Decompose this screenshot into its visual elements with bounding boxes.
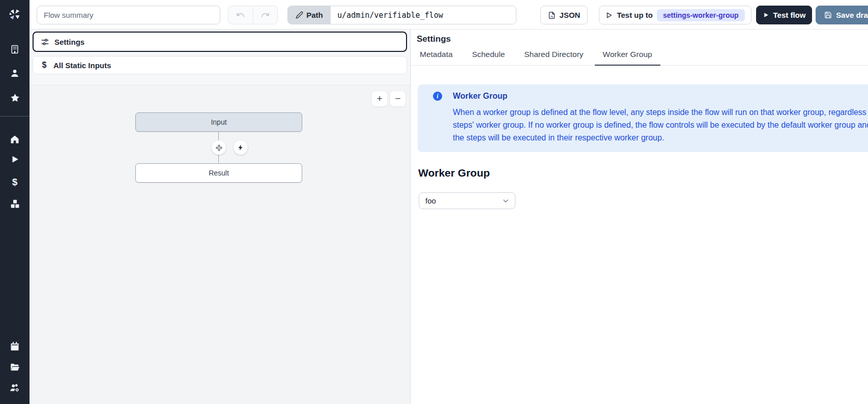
flow-summary-input[interactable]: Flow summary [37, 6, 220, 24]
top-toolbar: Flow summary Path u/admin/ [0, 0, 868, 30]
json-button-label: JSON [560, 11, 581, 19]
info-line: When a worker group is defined at the fl… [453, 106, 868, 119]
sidebar-item-runs[interactable] [0, 153, 30, 165]
flow-summary-value: Flow summary [44, 11, 94, 19]
star-icon [10, 93, 20, 103]
info-line: the steps will be executed in their resp… [453, 131, 868, 144]
pencil-icon [296, 11, 303, 19]
windmill-logo-icon [8, 8, 22, 22]
path-label: Path [306, 11, 323, 19]
calendar-icon [10, 341, 20, 351]
path-group: Path u/admin/verifiable_flow [287, 6, 516, 24]
sidebar-item-resources[interactable] [0, 197, 30, 210]
info-title-row: i Worker Group [433, 92, 868, 101]
windmill-logo[interactable] [0, 0, 30, 30]
dollar-icon: $ [40, 61, 48, 70]
flow-editor-panel: Settings $ All Static Inputs + − Input [30, 30, 410, 404]
undo-icon [236, 11, 245, 19]
flow-graph-canvas[interactable]: + − Input Result [30, 85, 410, 404]
zoom-out-button[interactable]: − [390, 91, 406, 107]
tab-metadata[interactable]: Metadata [412, 48, 461, 65]
undo-button[interactable] [228, 6, 253, 24]
input-node-label: Input [211, 118, 226, 126]
sidebar-item-user[interactable] [0, 67, 30, 79]
info-icon: i [433, 92, 442, 101]
input-node[interactable]: Input [135, 112, 302, 132]
sidebar-item-variables[interactable]: $ [0, 176, 30, 188]
zoom-in-label: + [377, 93, 382, 104]
tab-shared-directory[interactable]: Shared Directory [516, 48, 591, 65]
users-settings-icon [9, 382, 20, 393]
flow-settings-label: Settings [54, 38, 84, 46]
add-step-button[interactable] [212, 140, 226, 155]
plus-icon [215, 144, 223, 152]
test-up-to-label: Test up to [617, 11, 653, 19]
test-up-to-button[interactable]: Test up to settings-worker-group [599, 6, 751, 24]
save-icon [824, 11, 832, 19]
worker-group-select-value: foo [425, 196, 436, 205]
worker-group-info-box: i Worker Group When a worker group is de… [418, 84, 868, 152]
test-flow-label: Test flow [773, 11, 806, 19]
bolt-icon [237, 144, 244, 151]
zoom-in-button[interactable]: + [371, 91, 388, 107]
settings-tabs: Metadata Schedule Shared Directory Worke… [411, 48, 868, 66]
sliders-icon [41, 38, 49, 46]
tab-shared-directory-label: Shared Directory [524, 50, 583, 59]
boxes-icon [10, 198, 20, 209]
zoom-out-label: − [395, 93, 400, 104]
play-filled-icon [763, 12, 769, 18]
folder-open-icon [10, 362, 20, 372]
all-static-inputs-button[interactable]: $ All Static Inputs [33, 56, 407, 74]
play-icon [10, 155, 19, 164]
app-sidebar: $ [0, 0, 30, 404]
settings-panel-title: Settings [417, 34, 868, 44]
building-icon [10, 44, 20, 54]
undo-redo-group [228, 6, 278, 24]
flow-settings-button[interactable]: Settings [33, 32, 407, 52]
test-flow-button[interactable]: Test flow [756, 6, 812, 24]
info-box-body: When a worker group is defined at the fl… [453, 106, 868, 144]
redo-icon [261, 11, 270, 19]
worker-group-select[interactable]: foo [419, 192, 515, 209]
file-json-icon [548, 11, 556, 19]
all-static-inputs-label: All Static Inputs [53, 61, 111, 70]
sidebar-item-home[interactable] [0, 133, 30, 146]
play-outline-icon [605, 12, 613, 19]
tab-schedule[interactable]: Schedule [464, 48, 513, 65]
redo-button[interactable] [253, 6, 278, 24]
sidebar-item-folders[interactable] [0, 361, 30, 373]
result-node-label: Result [209, 169, 229, 177]
json-button[interactable]: JSON [540, 6, 588, 24]
worker-group-section-title: Worker Group [418, 167, 868, 179]
test-up-to-target-badge: settings-worker-group [657, 9, 745, 21]
sidebar-divider [0, 116, 30, 117]
tab-worker-group-label: Worker Group [603, 50, 652, 59]
chevron-down-icon [502, 197, 510, 205]
result-node[interactable]: Result [135, 163, 302, 183]
dollar-icon: $ [12, 177, 18, 187]
sidebar-item-groups[interactable] [0, 382, 30, 394]
path-edit-button[interactable]: Path [288, 6, 331, 24]
user-icon [10, 68, 20, 78]
tab-metadata-label: Metadata [420, 50, 453, 59]
sidebar-item-favorites[interactable] [0, 92, 30, 104]
flow-header: Settings $ All Static Inputs [30, 30, 410, 85]
save-draft-label: Save draft [836, 11, 868, 19]
app: Flow summary Path u/admin/ [0, 0, 868, 404]
save-draft-button[interactable]: Save draft [816, 6, 868, 24]
info-box-title: Worker Group [453, 92, 507, 101]
sidebar-item-workspace[interactable] [0, 43, 30, 55]
tab-schedule-label: Schedule [472, 50, 505, 59]
settings-panel: Settings Metadata Schedule Shared Direct… [410, 30, 868, 404]
sidebar-item-schedules[interactable] [0, 340, 30, 352]
info-line: steps' worker group. If no worker group … [453, 119, 868, 131]
path-value: u/admin/verifiable_flow [337, 11, 443, 20]
trigger-button[interactable] [234, 140, 248, 155]
path-value-input[interactable]: u/admin/verifiable_flow [331, 6, 516, 24]
tab-worker-group[interactable]: Worker Group [595, 48, 660, 65]
home-icon [10, 134, 20, 145]
